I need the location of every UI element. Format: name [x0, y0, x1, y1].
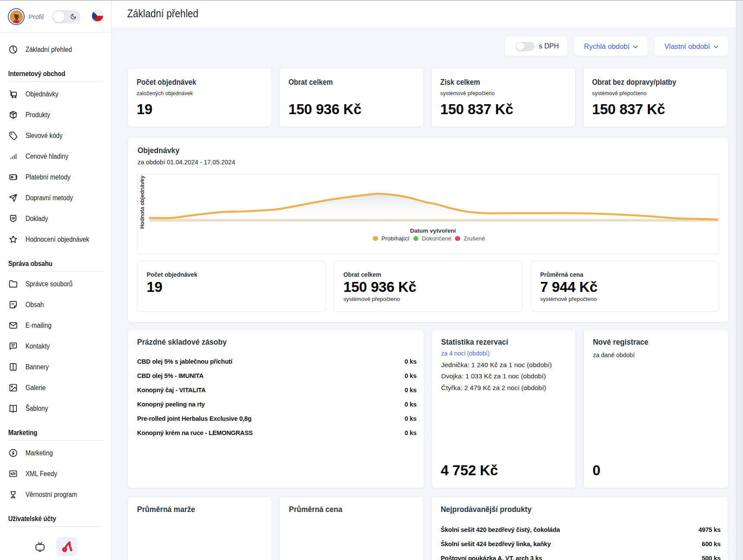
- svg-text:Datum vytvoření: Datum vytvoření: [410, 227, 456, 234]
- svg-text:Hodnota objednávky: Hodnota objednávky: [139, 176, 145, 229]
